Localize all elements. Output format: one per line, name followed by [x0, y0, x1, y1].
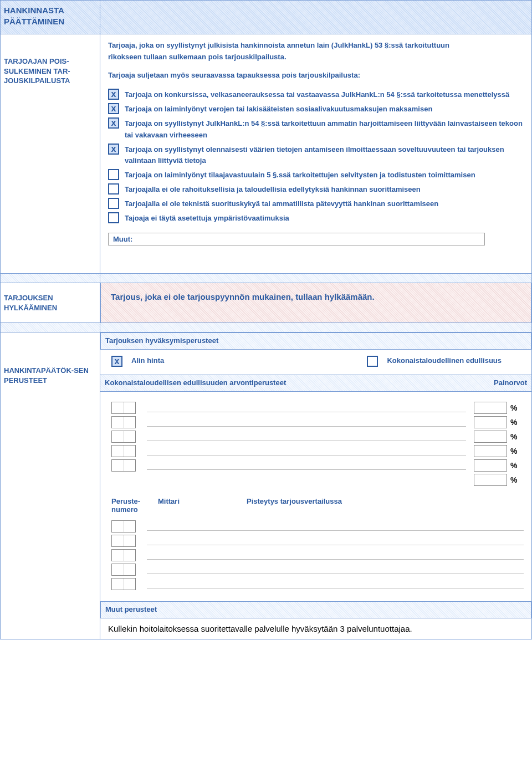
form-page: HANKINNASTA PÄÄTTÄMINEN TARJOAJAN POIS-S… [0, 0, 532, 639]
checkbox-icon[interactable]: x [108, 89, 119, 100]
pct-label: % [510, 418, 520, 427]
table-row: % [111, 429, 520, 444]
table-row [108, 519, 524, 534]
number-cell[interactable] [111, 402, 136, 414]
opt2-label: Kokonaistaloudellinen edullisuus [387, 355, 502, 367]
criteria-line[interactable] [147, 418, 466, 427]
exclusion-item-3: x Tarjoaja on syyllistynyt JulkHankL:n 5… [108, 117, 524, 141]
section1-label: TARJOAJAN POIS-SULKEMINEN TAR-JOUSKILPAI… [4, 57, 96, 86]
table-row [108, 548, 524, 562]
mittari-col1a: Peruste- [111, 497, 158, 505]
pct-label: % [510, 475, 520, 484]
mittari-line[interactable] [147, 551, 524, 560]
mittari-col1b: numero [111, 505, 158, 514]
opt1-label: Alin hinta [131, 355, 164, 367]
footer-note: Kullekin hoitolaitoksessa suoritettavall… [108, 624, 524, 633]
pct-label: % [510, 432, 520, 441]
section2-row: TARJOUKSEN HYLKÄÄMINEN Tarjous, joka ei … [1, 283, 531, 322]
exclusion-item-7: Tarjoajalla ei ole teknistä suorituskyky… [108, 198, 524, 210]
section1-body-row: TARJOAJAN POIS-SULKEMINEN TAR-JOUSKILPAI… [1, 34, 531, 273]
weight-cell[interactable] [474, 431, 507, 443]
criteria-subhead: Tarjouksen hyväksymisperusteet [100, 332, 531, 350]
exclusion-item-4: x Tarjoaja on syyllistynyt olennaisesti … [108, 144, 524, 167]
criteria-head: Kokonaistaloudellisen edullisuuden arvon… [105, 377, 286, 389]
number-cell[interactable] [111, 535, 136, 547]
table-row: % [111, 444, 520, 458]
criteria-subhead-text: Tarjouksen hyväksymisperusteet [105, 336, 218, 345]
mittari-line[interactable] [147, 565, 524, 574]
checkbox-icon[interactable]: x [108, 144, 119, 155]
pct-label: % [510, 403, 520, 412]
weight-cell[interactable] [474, 474, 507, 486]
table-row: % [111, 458, 520, 473]
checkbox-icon[interactable] [108, 198, 119, 209]
weight-cell[interactable] [474, 402, 507, 414]
mittari-col2: Mittari [158, 497, 247, 505]
weight-cell[interactable] [474, 445, 507, 457]
evaluation-table: % % % % % % [108, 396, 524, 492]
checkbox-icon[interactable]: x [108, 117, 119, 129]
item-text: Tarjoaja on syyllistynyt olennaisesti vä… [125, 144, 524, 167]
table-row [108, 577, 524, 591]
criteria-line[interactable] [147, 461, 466, 470]
exclusion-item-1: x Tarjoaja on konkursissa, velkasaneerau… [108, 89, 524, 101]
checkbox-icon[interactable] [108, 169, 119, 180]
checkbox-icon[interactable]: x [111, 356, 122, 367]
criteria-line[interactable] [147, 447, 466, 455]
number-cell[interactable] [111, 578, 136, 590]
intro-line2: rikokseen tullaan sulkemaan pois tarjous… [108, 52, 524, 63]
number-cell[interactable] [111, 431, 136, 443]
number-cell[interactable] [111, 564, 136, 576]
spacer-2 [1, 322, 531, 332]
section2-label: TARJOUKSEN HYLKÄÄMINEN [4, 293, 96, 313]
item-text: Tarjoajalla ei ole rahoituksellisia ja t… [125, 183, 421, 196]
number-cell[interactable] [111, 445, 136, 457]
criteria-line[interactable] [147, 432, 466, 441]
checkbox-icon[interactable]: x [108, 103, 119, 114]
mittari-line[interactable] [147, 536, 524, 545]
weight-cell[interactable] [474, 459, 507, 472]
section3-label-cell: HANKINTAPÄÄTÖK-SEN PERUSTEET [1, 332, 100, 638]
item-text: Tarjoaja on konkursissa, velkasaneerauks… [125, 89, 509, 101]
mittari-head: Peruste- Mittari Pisteytys tarjousvertai… [108, 497, 524, 505]
section1-content: Tarjoaja, joka on syyllistynyt julkisist… [100, 34, 531, 273]
criteria-line[interactable] [147, 403, 466, 412]
item-text: Tajoaja ei täytä asetettuja ympäristövaa… [125, 212, 289, 224]
muut-label[interactable]: Muut: [108, 233, 485, 245]
checkbox-icon[interactable] [367, 356, 378, 367]
weight-cell[interactable] [474, 416, 507, 428]
item-text: Tarjoaja on laiminlyönyt tilaajavastuula… [125, 169, 475, 181]
exclusion-item-6: Tarjoajalla ei ole rahoituksellisia ja t… [108, 183, 524, 196]
reject-text: Tarjous, joka ei ole tarjouspyynnön muka… [109, 289, 523, 305]
checkbox-icon[interactable] [108, 212, 119, 223]
mittari-line[interactable] [147, 580, 524, 588]
number-cell[interactable] [111, 520, 136, 533]
number-cell[interactable] [111, 459, 136, 472]
weights-head: Painorvot [494, 377, 527, 389]
number-cell[interactable] [111, 549, 136, 561]
mittari-table [108, 517, 524, 593]
intro-line1: Tarjoaja, joka on syyllistynyt julkisist… [108, 40, 524, 52]
section1-label-cell: TARJOAJAN POIS-SULKEMINEN TAR-JOUSKILPAI… [1, 34, 100, 273]
section3-label: HANKINTAPÄÄTÖK-SEN PERUSTEET [4, 366, 96, 385]
table-row [108, 534, 524, 548]
exclusion-item-5: Tarjoaja on laiminlyönyt tilaajavastuula… [108, 169, 524, 181]
section1-header-right [100, 1, 531, 34]
mittari-line[interactable] [147, 522, 524, 531]
table-row: % [111, 415, 520, 429]
item-text: Tarjoajalla ei ole teknistä suorituskyky… [125, 198, 438, 210]
item-text: Tarjoaja on laiminlyönyt verojen tai lak… [125, 103, 432, 115]
table-row [108, 562, 524, 577]
exclusion-item-2: x Tarjoaja on laiminlyönyt verojen tai l… [108, 103, 524, 115]
checkbox-icon[interactable] [108, 183, 119, 194]
section2-label-cell: TARJOUKSEN HYLKÄÄMINEN [1, 283, 100, 322]
section2-content: Tarjous, joka ei ole tarjouspyynnön muka… [100, 283, 531, 323]
muut-perusteet-label: Muut perusteet [105, 605, 157, 613]
section1-title-cell: HANKINNASTA PÄÄTTÄMINEN [1, 1, 100, 34]
pct-label: % [510, 461, 520, 470]
number-cell[interactable] [111, 416, 136, 428]
criteria-options: x Alin hinta Kokonaistaloudellinen edull… [108, 355, 524, 367]
section1-title: HANKINNASTA PÄÄTTÄMINEN [4, 5, 96, 27]
table-row: % [111, 473, 520, 487]
section3-content: Tarjouksen hyväksymisperusteet x Alin hi… [100, 332, 531, 638]
